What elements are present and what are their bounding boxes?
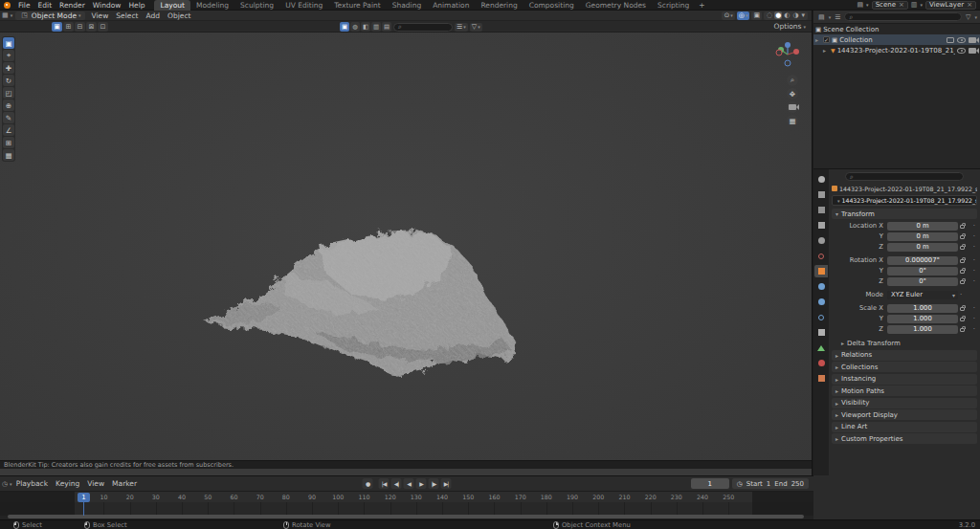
jump-to-start-button[interactable]: |◀ xyxy=(379,478,390,489)
gizmos-dropdown[interactable]: ⊙▾ xyxy=(722,11,734,20)
tool-rotate[interactable]: ↻ xyxy=(3,75,14,86)
outliner-search-input[interactable]: ⌕ xyxy=(844,12,962,21)
viewport-menu-object[interactable]: Object xyxy=(164,11,194,20)
properties-tab-world[interactable] xyxy=(814,250,828,262)
auto-keying-button[interactable]: ● xyxy=(363,478,373,489)
select-mode-subtract[interactable]: ⊟ xyxy=(75,22,85,32)
scene-selector[interactable]: Scene × xyxy=(872,1,908,10)
animate-decorator-icon[interactable]: · xyxy=(973,304,975,312)
outliner-filter-icon[interactable]: ▽ xyxy=(964,13,972,21)
outliner-display-mode-icon[interactable]: ☰ xyxy=(833,13,842,21)
panel-visibility[interactable]: ▸Visibility xyxy=(832,398,977,408)
mode-dropdown[interactable]: ◳ Object Mode ▾ xyxy=(15,11,84,20)
outliner-editor-icon[interactable]: ▤ xyxy=(816,13,827,21)
shading-solid-button[interactable]: ● xyxy=(774,11,782,19)
disable-render-icon[interactable] xyxy=(969,37,976,43)
animate-decorator-icon[interactable]: · xyxy=(973,267,975,275)
xray-toggle[interactable]: ▣ xyxy=(751,11,762,20)
properties-tab-object[interactable] xyxy=(814,265,828,277)
panel-line-art[interactable]: ▸Line Art xyxy=(832,422,977,432)
select-mode-invert[interactable]: ⊠ xyxy=(86,22,97,32)
workspace-tab-layout[interactable]: Layout xyxy=(154,0,190,11)
outliner-row-scene-collection[interactable]: ▣ Scene Collection xyxy=(813,24,980,34)
properties-search-input[interactable]: ⌕ xyxy=(845,172,964,181)
select-mode-extend[interactable]: ⊞ xyxy=(63,22,74,32)
outliner-row-collection[interactable]: ▸ ▣ Collection xyxy=(813,34,980,45)
select-mode-set[interactable]: ▣ xyxy=(52,22,62,32)
lock-icon[interactable] xyxy=(960,246,965,250)
timeline-scrollbar[interactable] xyxy=(8,515,804,518)
asset-brushes-icon[interactable]: ▤ xyxy=(382,22,391,32)
current-frame-field[interactable]: 1 xyxy=(691,478,729,489)
field-z[interactable]: 1.000 xyxy=(887,325,958,334)
disable-render-icon[interactable] xyxy=(969,48,976,54)
properties-tab-output[interactable] xyxy=(814,204,828,216)
panel-delta-transform[interactable]: ▸Delta Transform xyxy=(837,338,977,348)
panel-instancing[interactable]: ▸Instancing xyxy=(832,374,977,385)
properties-tab-tool[interactable] xyxy=(814,173,828,186)
lock-icon[interactable] xyxy=(960,280,965,284)
workspace-tab-uv-editing[interactable]: UV Editing xyxy=(279,0,328,11)
timeline-editor-icon[interactable]: ◷ xyxy=(0,480,10,488)
lock-icon[interactable] xyxy=(960,318,965,321)
timeline-menu-playback[interactable]: Playback xyxy=(12,479,52,488)
properties-tab-object-data[interactable] xyxy=(814,342,828,354)
animate-decorator-icon[interactable]: · xyxy=(973,325,975,333)
viewport-canvas[interactable]: ▣⌖✚↻◰⊕✎∠⊞▦ ⌕ ✥ ▦ xyxy=(0,33,812,469)
viewport-menu-view[interactable]: View xyxy=(88,11,113,20)
properties-tab-view-layer[interactable] xyxy=(814,219,828,231)
collection-checkbox[interactable] xyxy=(823,36,830,43)
properties-tab-render[interactable] xyxy=(814,188,828,201)
play-button[interactable]: ▶ xyxy=(416,478,427,489)
view-layer-selector[interactable]: ViewLayer × xyxy=(925,1,976,10)
field-y[interactable]: 0° xyxy=(887,267,958,276)
mesh-object[interactable] xyxy=(196,216,526,393)
play-reverse-button[interactable]: ◀ xyxy=(404,478,414,489)
asset-materials-icon[interactable]: ◍ xyxy=(350,22,360,32)
camera-view-icon[interactable] xyxy=(787,101,798,113)
tool-annotate[interactable]: ✎ xyxy=(3,112,14,123)
remove-view-layer-icon[interactable]: × xyxy=(967,1,972,9)
animate-decorator-icon[interactable]: · xyxy=(973,315,975,322)
scene-browse-chevron-icon[interactable]: ▾ xyxy=(866,2,869,8)
animate-decorator-icon[interactable]: · xyxy=(973,232,975,240)
menu-render[interactable]: Render xyxy=(56,1,89,10)
shading-rendered-button[interactable]: ◑ xyxy=(791,11,799,19)
panel-motion-paths[interactable]: ▸Motion Paths xyxy=(832,386,977,396)
tool-cursor[interactable]: ⌖ xyxy=(3,50,14,61)
end-frame-field[interactable]: 250 xyxy=(791,480,804,488)
properties-tab-physics[interactable] xyxy=(814,311,828,323)
transform-panel-header[interactable]: ▾ Transform xyxy=(832,209,977,219)
lock-icon[interactable] xyxy=(960,328,965,332)
workspace-tab-modeling[interactable]: Modeling xyxy=(190,0,234,11)
animate-decorator-icon[interactable]: · xyxy=(973,243,975,251)
start-frame-field[interactable]: 1 xyxy=(767,480,770,488)
lock-icon[interactable] xyxy=(960,259,965,263)
properties-tab-material[interactable] xyxy=(814,357,828,369)
editor-type-icon[interactable]: ▦ xyxy=(0,11,11,19)
panel-viewport-display[interactable]: ▸Viewport Display xyxy=(832,409,977,420)
panel-relations[interactable]: ▸Relations xyxy=(832,350,977,361)
menu-edit[interactable]: Edit xyxy=(34,1,56,10)
shading-wireframe-button[interactable]: ◌ xyxy=(766,11,773,19)
viewport-menu-select[interactable]: Select xyxy=(112,11,142,20)
workspace-tab-shading[interactable]: Shading xyxy=(387,0,427,11)
properties-tab-texture[interactable] xyxy=(814,372,828,385)
panel-collections[interactable]: ▸Collections xyxy=(832,362,977,372)
field-location-x[interactable]: 0 m xyxy=(887,222,958,231)
next-keyframe-button[interactable]: |▶ xyxy=(429,478,439,489)
menu-file[interactable]: File xyxy=(14,1,34,10)
field-rotation-x[interactable]: 0.000007° xyxy=(887,256,958,265)
view-layer-chevron-icon[interactable]: ▾ xyxy=(920,2,923,8)
timeline-track[interactable] xyxy=(0,502,813,516)
lock-icon[interactable] xyxy=(960,307,965,311)
lock-icon[interactable] xyxy=(960,235,965,239)
field-scale-x[interactable]: 1.000 xyxy=(887,304,958,313)
workspace-tab-texture-paint[interactable]: Texture Paint xyxy=(328,0,386,11)
timeline-menu-view[interactable]: View xyxy=(83,479,108,488)
select-mode-intersect[interactable]: ⊡ xyxy=(98,22,108,32)
tool-measure[interactable]: ∠ xyxy=(3,124,14,136)
tool-move[interactable]: ✚ xyxy=(3,62,14,74)
playhead-chip[interactable]: 1 xyxy=(78,493,90,502)
panel-custom-properties[interactable]: ▸Custom Properties xyxy=(832,433,977,444)
